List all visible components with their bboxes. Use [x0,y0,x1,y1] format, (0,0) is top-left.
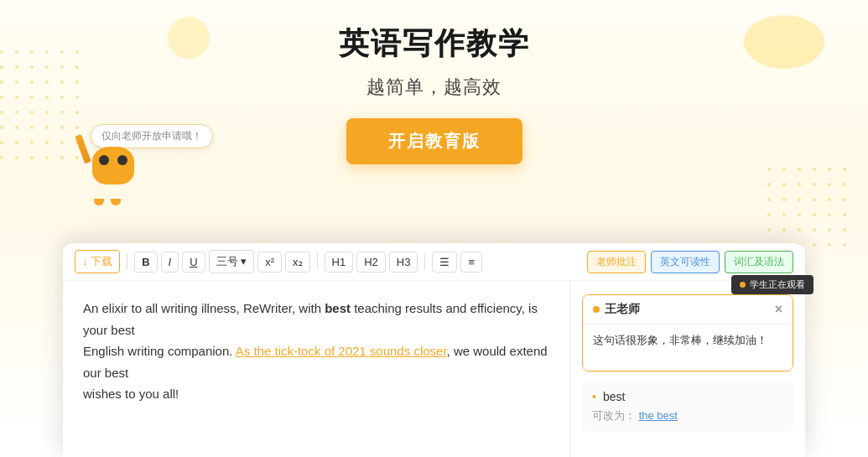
tab-teacher-annotation[interactable]: 老师批注 [587,251,646,273]
superscript-button[interactable]: x² [257,252,282,273]
separator-2 [317,253,318,270]
suggestion-replace-label: 可改为： the best [592,408,783,423]
text-part-3: English writing companion. [83,344,236,358]
tab-vocab-grammar[interactable]: 词汇及语法 [725,251,793,273]
text-highlight-orange: As the tick-tock of 2021 sounds closer [236,344,447,358]
replace-label-text: 可改为： [592,409,636,422]
text-area[interactable]: An elixir to all writing illness, ReWrit… [63,281,570,457]
comment-header: 王老师 × [583,295,793,325]
toolbar: ↓ 下载 B I U 三号 ▾ x² x₂ H1 H2 H3 ☰ ≡ 老师批注 … [63,243,805,281]
h3-button[interactable]: H3 [389,252,418,273]
text-part-1: An elixir to all writing illness, ReWrit… [83,301,325,315]
comment-close-button[interactable]: × [775,302,782,317]
separator-1 [127,253,127,270]
editor-paragraph: An elixir to all writing illness, ReWrit… [83,298,549,405]
decoration-circle-left [168,17,210,59]
download-button[interactable]: ↓ 下载 [75,250,120,273]
cta-button[interactable]: 开启教育版 [346,118,522,164]
toolbar-right-tabs: 老师批注 英文可读性 词汇及语法 [587,251,793,273]
list-unordered-button[interactable]: ☰ [432,252,457,273]
editor-content: An elixir to all writing illness, ReWrit… [63,281,805,457]
subscript-button[interactable]: x₂ [285,252,310,273]
suggestion-original-word: best [592,390,783,403]
h1-button[interactable]: H1 [325,252,354,273]
comment-teacher-name: 王老师 [605,302,640,317]
page-title: 英语写作教学 [0,23,868,65]
comment-body: 这句话很形象，非常棒，继续加油！ [583,325,793,371]
suggestion-box: best 可改为： the best [582,382,793,432]
underline-button[interactable]: U [182,252,205,273]
separator-3 [424,253,425,270]
page-subtitle: 越简单，越高效 [0,75,868,100]
mascot [84,134,151,201]
h2-button[interactable]: H2 [356,252,386,273]
list-ordered-button[interactable]: ≡ [460,252,482,273]
text-best: best [325,301,351,315]
tab-readability[interactable]: 英文可读性 [651,251,720,273]
editor-card: ↓ 下载 B I U 三号 ▾ x² x₂ H1 H2 H3 ☰ ≡ 老师批注 … [63,243,805,457]
background: 英语写作教学 越简单，越高效 仅向老师开放申请哦！ 开启教育版 ↓ 下载 B I… [0,0,868,457]
italic-button[interactable]: I [161,252,179,273]
text-part-5: wishes to you all! [83,387,179,401]
decoration-circle-right [744,15,824,69]
right-panel: 王老师 × 这句话很形象，非常棒，继续加油！ best 可改为： the bes… [570,281,805,457]
fontsize-button[interactable]: 三号 ▾ [209,250,255,273]
bold-button[interactable]: B [134,252,157,273]
comment-dot [593,306,600,313]
comment-box: 王老师 × 这句话很形象，非常棒，继续加油！ [582,294,793,371]
replacement-value[interactable]: the best [639,409,678,422]
